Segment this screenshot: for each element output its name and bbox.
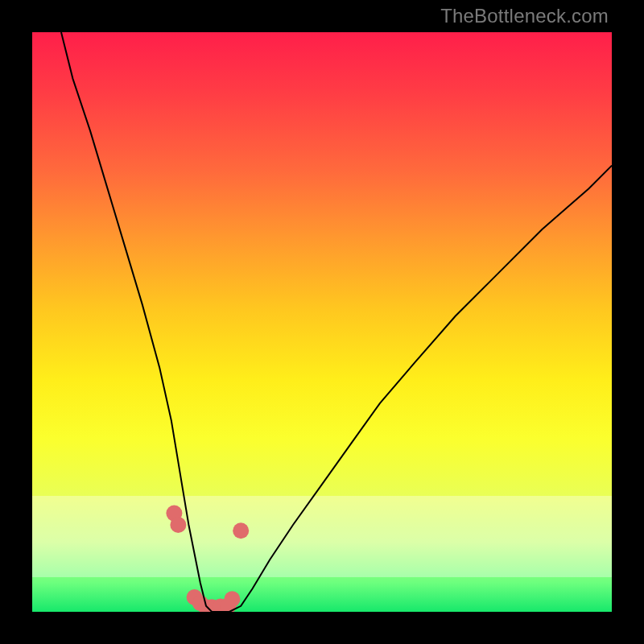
chart-frame: TheBottleneck.com xyxy=(0,0,644,644)
watermark-text: TheBottleneck.com xyxy=(440,5,609,27)
pale-band xyxy=(32,496,612,577)
